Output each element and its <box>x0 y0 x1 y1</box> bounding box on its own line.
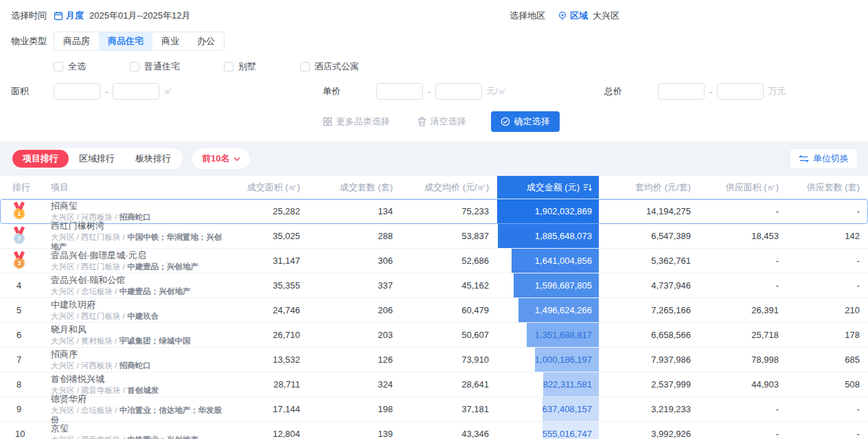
unit-price-max-input[interactable] <box>435 83 482 100</box>
top-n-dropdown[interactable]: 前10名 <box>192 148 250 169</box>
developer-name: 宇诚集团；绿城中国 <box>119 337 191 345</box>
clear-selection-button[interactable]: 清空选择 <box>418 115 466 128</box>
subtype-checkbox-row: 全选 普通住宅 别墅 酒店式公寓 <box>11 58 857 76</box>
col-header-supply-area[interactable]: 供应面积 (㎡) <box>699 181 787 194</box>
table-row[interactable]: 9 德贤华府 大兴区 / 念坛板块 / 中冶置业；信达地产；华发股份 17,14… <box>0 397 868 422</box>
table-row[interactable]: 6 晓月和风 大兴区 / 黄村板块 / 宇诚集团；绿城中国 26,710 203… <box>0 323 868 348</box>
time-filter-row: 选择时间 月度 2025年01月--2025年12月 选择地区 区域 大兴区 <box>11 7 857 25</box>
amount-bar: 822,311,581 <box>543 372 599 396</box>
project-location: 大兴区 / 河西板块 / 招商蛇口 <box>51 361 229 370</box>
col-header-rank[interactable]: 排行 <box>0 181 40 194</box>
checkbox-ordinary-residence[interactable]: 普通住宅 <box>130 60 180 73</box>
unit-switch-button[interactable]: 单位切换 <box>790 149 857 168</box>
table-row[interactable]: 7 招商序 大兴区 / 河西板块 / 招商蛇口 13,532 126 73,91… <box>0 348 868 372</box>
project-name: 中建玖玥府 <box>51 300 229 310</box>
col-header-supply-units[interactable]: 供应套数 (套) <box>787 181 868 194</box>
gold-medal-icon: 1 <box>12 202 26 219</box>
tab-region-ranking[interactable]: 区域排行 <box>69 150 125 168</box>
checkbox-villa[interactable]: 别墅 <box>224 60 256 73</box>
checkbox-box-icon <box>54 62 63 71</box>
property-tab-residential[interactable]: 商品住宅 <box>99 32 152 50</box>
amount-bar: 1,000,186,197 <box>535 348 599 372</box>
property-type-row: 物业类型 商品房 商品住宅 商业 办公 <box>11 32 857 51</box>
project-location: 大兴区 / 西红门板块 / 中建壹品；兴创地产 <box>51 262 229 271</box>
unit-price-unit-label: 元/㎡ <box>486 85 507 98</box>
checkbox-serviced-apartment[interactable]: 酒店式公寓 <box>300 60 359 73</box>
total-price-label: 总价 <box>604 85 647 98</box>
col-header-deal-area[interactable]: 成交面积 (㎡) <box>229 181 308 194</box>
region-type-selector[interactable]: 区域 <box>558 10 588 22</box>
col-header-unit-avg-price[interactable]: 套均价 (元/套) <box>599 181 699 194</box>
project-name: 德贤华府 <box>51 394 229 404</box>
filter-actions-row: 更多品类选择 清空选择 确定选择 <box>0 111 868 132</box>
checkbox-box-icon <box>300 62 310 71</box>
rank-number: 6 <box>0 330 40 340</box>
property-tab-office[interactable]: 办公 <box>188 32 224 50</box>
total-price-max-input[interactable] <box>717 83 764 100</box>
rank-number: 8 <box>0 379 40 390</box>
checkbox-select-all[interactable]: 全选 <box>54 60 86 73</box>
col-header-project[interactable]: 项目 <box>40 181 229 194</box>
amount-bar: 1,596,687,805 <box>514 273 599 297</box>
project-location: 大兴区 / 黄村板块 / 宇诚集团；绿城中国 <box>51 336 229 346</box>
ranking-tab-group: 项目排行 区域排行 板块排行 <box>11 148 183 169</box>
table-header-row: 排行 项目 成交面积 (㎡) 成交套数 (套) 成交均价 (元/㎡) 成交金额 … <box>0 176 868 199</box>
property-tab-commercial[interactable]: 商业 <box>152 32 188 50</box>
table-row[interactable]: 4 壹品兴创·颐和公馆 大兴区 / 念坛板块 / 中建壹品；兴创地产 35,35… <box>0 273 868 298</box>
table-row[interactable]: 3 壹品兴创·御璟星城·元启 大兴区 / 西红门板块 / 中建壹品；兴创地产 3… <box>0 249 868 273</box>
range-filter-row: 面积 - ㎡ 单价 - 元/㎡ 总价 - 万元 <box>11 82 857 100</box>
rank-number: 4 <box>0 280 40 291</box>
area-min-input[interactable] <box>54 83 100 100</box>
developer-name: 中铁置业；兴创地产 <box>127 436 198 439</box>
time-range-value[interactable]: 2025年01月--2025年12月 <box>89 10 190 22</box>
amount-bar: 1,496,624,266 <box>518 298 599 322</box>
confirm-selection-button[interactable]: 确定选择 <box>491 111 560 132</box>
project-location: 大兴区 / 念坛板块 / 中建壹品；兴创地产 <box>51 286 229 296</box>
tab-block-ranking[interactable]: 板块排行 <box>125 150 181 168</box>
more-categories-button[interactable]: 更多品类选择 <box>323 115 390 128</box>
bronze-medal-icon: 3 <box>12 251 26 269</box>
region-filter: 选择地区 区域 大兴区 <box>510 7 619 25</box>
silver-medal-icon: 2 <box>12 227 26 244</box>
project-name: 京玺 <box>51 423 229 434</box>
total-price-min-input[interactable] <box>658 83 705 100</box>
location-pin-icon <box>558 11 567 21</box>
region-type-label: 区域 <box>570 10 588 22</box>
time-mode-selector[interactable]: 月度 <box>54 10 84 22</box>
tab-project-ranking[interactable]: 项目排行 <box>12 150 69 168</box>
check-circle-icon <box>501 117 510 126</box>
table-row[interactable]: 5 中建玖玥府 大兴区 / 西红门板块 / 中建玖合 24,746 206 60… <box>0 298 868 323</box>
amount-bar: 1,351,688,817 <box>527 323 599 347</box>
project-name: 晓月和风 <box>51 324 229 335</box>
col-header-deal-avg-price[interactable]: 成交均价 (元/㎡) <box>401 181 497 194</box>
unit-price-range-group: 单价 - 元/㎡ <box>323 82 507 100</box>
time-filter-label: 选择时间 <box>11 10 54 22</box>
swap-arrows-icon <box>799 155 809 163</box>
ranking-toolbar: 项目排行 区域排行 板块排行 前10名 单位切换 <box>0 142 868 176</box>
table-row[interactable]: 2 西红门橡树湾 大兴区 / 西红门板块 / 中国中铁；华润置地；兴创地产 35… <box>0 224 868 249</box>
ranking-table: 排行 项目 成交面积 (㎡) 成交套数 (套) 成交均价 (元/㎡) 成交金额 … <box>0 176 868 439</box>
grid-icon <box>323 117 332 126</box>
region-filter-label: 选择地区 <box>510 10 545 22</box>
area-max-input[interactable] <box>113 83 159 100</box>
total-price-range-group: 总价 - 万元 <box>604 82 786 100</box>
col-header-deal-units[interactable]: 成交套数 (套) <box>308 181 401 194</box>
project-name: 西红门橡树湾 <box>51 221 229 231</box>
area-range-group: 面积 - ㎡ <box>11 82 172 100</box>
project-name: 壹品兴创·御璟星城·元启 <box>51 250 229 260</box>
property-tab-commodity[interactable]: 商品房 <box>54 32 99 50</box>
project-name: 首创禧悦兴城 <box>51 374 229 384</box>
checkbox-box-icon <box>224 62 233 71</box>
unit-price-min-input[interactable] <box>376 83 423 100</box>
filter-panel: 选择时间 月度 2025年01月--2025年12月 选择地区 区域 大兴区 物… <box>0 0 868 142</box>
table-row[interactable]: 10 京玺 大兴区 / 观音寺板块 / 中铁置业；兴创地产 12,804 139… <box>0 422 868 439</box>
project-name: 招商序 <box>51 349 229 359</box>
developer-name: 中建壹品；兴创地产 <box>119 287 191 295</box>
rank-number: 10 <box>0 429 40 439</box>
amount-bar: 1,885,648,073 <box>498 224 599 248</box>
col-header-deal-amount-sorted[interactable]: 成交金额 (元) <box>497 176 599 199</box>
region-value[interactable]: 大兴区 <box>593 10 619 22</box>
total-price-unit-label: 万元 <box>768 85 786 98</box>
rank-number: 7 <box>0 354 40 365</box>
project-location: 大兴区 / 西红门板块 / 中建玖合 <box>51 311 229 321</box>
